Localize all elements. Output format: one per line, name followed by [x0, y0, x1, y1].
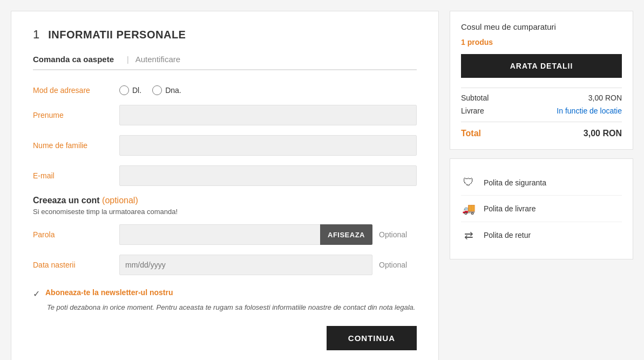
radio-dl[interactable] [119, 85, 129, 95]
newsletter-description: Te poti dezabona in orice moment. Pentru… [47, 302, 417, 313]
section-header: 1 INFORMATII PERSONALE [33, 28, 417, 42]
policy-livrare[interactable]: 🚚 Polita de livrare [461, 196, 622, 222]
livrare-row: Livrare In functie de locatie [461, 106, 622, 115]
email-row: E-mail [33, 165, 417, 186]
personal-info-panel: 1 INFORMATII PERSONALE Comanda ca oaspet… [11, 11, 439, 360]
cart-divider [461, 88, 622, 88]
password-input[interactable] [119, 224, 320, 245]
parola-optional-tag: Optional [379, 230, 417, 239]
email-input[interactable] [119, 165, 417, 186]
newsletter-section: ✓ Aboneaza-te la newsletter-ul nostru Te… [33, 288, 417, 313]
subtotal-row: Subtotal 3,00 RON [461, 94, 622, 102]
livrare-value: In functie de locatie [557, 106, 622, 115]
data-nasterii-label: Data nasterii [33, 261, 119, 269]
prenume-input[interactable] [119, 105, 417, 125]
create-account-section: Creeaza un cont (optional) Si economises… [33, 196, 417, 275]
total-label: Total [461, 129, 481, 138]
create-account-optional: (optional) [102, 196, 138, 205]
radio-dl-text: Dl. [132, 86, 141, 95]
policy-retur-label: Polita de retur [484, 231, 531, 239]
prenume-row: Prenume [33, 105, 417, 125]
policy-retur[interactable]: ⇄ Polita de retur [461, 222, 622, 248]
policy-siguranta[interactable]: 🛡 Polita de siguranta [461, 170, 622, 196]
guest-tab[interactable]: Comanda ca oaspete [33, 55, 120, 64]
continue-button[interactable]: CONTINUA [327, 326, 417, 350]
newsletter-title: Aboneaza-te la newsletter-ul nostru [45, 288, 173, 297]
radio-group: Dl. Dna. [119, 85, 181, 95]
parola-label: Parola [33, 230, 119, 239]
afiseaza-button[interactable]: AFISEAZA [320, 224, 372, 245]
data-nasterii-optional-tag: Optional [379, 261, 417, 269]
auth-divider: | [127, 55, 129, 64]
nume-familie-row: Nume de familie [33, 135, 417, 156]
prenume-label: Prenume [33, 111, 119, 119]
cart-products: 1 produs [461, 38, 622, 46]
policy-livrare-label: Polita de livrare [484, 204, 536, 213]
mod-adresare-row: Mod de adresare Dl. Dna. [33, 85, 417, 95]
radio-dna-label[interactable]: Dna. [152, 85, 181, 95]
shield-icon: 🛡 [461, 176, 476, 189]
password-input-wrap: AFISEAZA [119, 224, 372, 245]
radio-dna[interactable] [152, 85, 162, 95]
cart-box: Cosul meu de cumparaturi 1 produs ARATA … [450, 11, 633, 150]
livrare-label: Livrare [461, 106, 484, 115]
nume-familie-label: Nume de familie [33, 141, 119, 150]
data-nasterii-input[interactable] [119, 255, 372, 275]
auth-tabs: Comanda ca oaspete | Autentificare [33, 55, 417, 70]
checkmark-icon: ✓ [33, 289, 40, 299]
parola-row: Parola AFISEAZA Optional [33, 224, 417, 245]
policies-box: 🛡 Polita de siguranta 🚚 Polita de livrar… [450, 158, 633, 259]
subtotal-value: 3,00 RON [588, 94, 622, 102]
login-tab[interactable]: Autentificare [135, 55, 187, 64]
total-value: 3,00 RON [584, 129, 622, 138]
create-account-title: Creeaza un cont (optional) [33, 196, 417, 205]
arrows-icon: ⇄ [461, 229, 476, 242]
total-row: Total 3,00 RON [461, 122, 622, 138]
radio-dl-label[interactable]: Dl. [119, 85, 141, 95]
section-number: 1 [33, 28, 39, 42]
right-panel: Cosul meu de cumparaturi 1 produs ARATA … [450, 11, 633, 259]
show-details-button[interactable]: ARATA DETALII [461, 54, 622, 78]
radio-dna-text: Dna. [165, 86, 181, 95]
email-label: E-mail [33, 171, 119, 180]
truck-icon: 🚚 [461, 202, 476, 215]
create-account-subtitle: Si economiseste timp la urmatoarea coman… [33, 208, 417, 216]
cart-title: Cosul meu de cumparaturi [461, 22, 622, 31]
nume-familie-input[interactable] [119, 135, 417, 156]
mod-adresare-label: Mod de adresare [33, 86, 119, 95]
section-title: INFORMATII PERSONALE [48, 29, 186, 41]
policy-siguranta-label: Polita de siguranta [484, 178, 546, 187]
data-nasterii-row: Data nasterii Optional [33, 255, 417, 275]
subtotal-label: Subtotal [461, 94, 489, 102]
continue-btn-wrap: CONTINUA [33, 326, 417, 350]
newsletter-row: ✓ Aboneaza-te la newsletter-ul nostru [33, 288, 417, 299]
